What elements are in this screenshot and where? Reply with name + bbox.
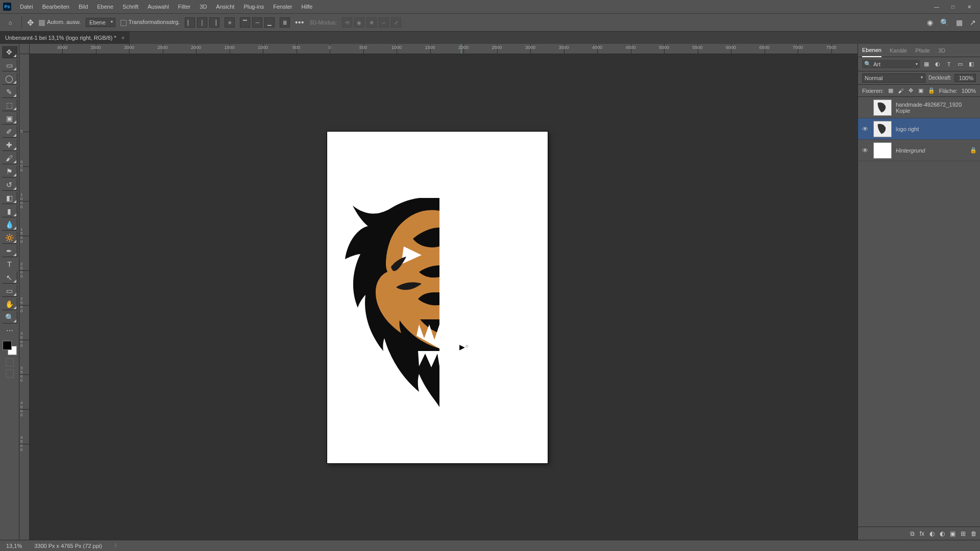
window-maximize[interactable]: □ xyxy=(945,2,961,12)
type-tool[interactable]: T xyxy=(2,258,17,270)
filter-shape-icon[interactable]: ▭ xyxy=(955,60,965,69)
workspace-icon[interactable]: ▦ xyxy=(956,18,963,27)
layer-thumbnail[interactable] xyxy=(873,142,892,159)
pen-tool[interactable]: ✒ xyxy=(2,245,17,257)
menu-fenster[interactable]: Fenster xyxy=(268,0,297,13)
eraser-tool[interactable]: ◧ xyxy=(2,192,17,204)
opacity-value[interactable]: 100% xyxy=(954,74,976,82)
layer-mask-icon[interactable]: ◐ xyxy=(929,530,935,537)
new-layer-icon[interactable]: ⊞ xyxy=(961,530,966,537)
layer-row[interactable]: handmade-4926872_1920 Kopie xyxy=(858,97,980,118)
shape-tool[interactable]: ▭ xyxy=(2,285,17,297)
vertical-ruler[interactable]: 05 0 01 0 0 01 5 0 02 0 0 02 5 0 03 0 0 … xyxy=(19,54,30,540)
canvas[interactable] xyxy=(327,132,548,463)
layer-filter-kind[interactable]: 🔍 Art ▾ xyxy=(862,60,920,68)
quick-mask[interactable] xyxy=(6,358,14,366)
lock-trans-icon[interactable]: ▦ xyxy=(888,87,894,95)
tab-pfade[interactable]: Pfade xyxy=(915,44,930,57)
clone-tool[interactable]: ⚑ xyxy=(2,165,17,178)
window-minimize[interactable]: — xyxy=(929,2,944,12)
link-layers-icon[interactable]: ⧉ xyxy=(910,530,915,537)
active-tool-icon[interactable]: ✥ xyxy=(27,18,34,28)
dodge-tool[interactable]: 🔆 xyxy=(2,232,17,244)
document-tab[interactable]: Unbenannt-1 bei 13,1% (logo right, RGB/8… xyxy=(0,32,130,44)
menu-auswahl[interactable]: Auswahl xyxy=(143,0,174,13)
marquee-tool[interactable]: ▭ xyxy=(2,59,17,71)
window-close[interactable]: ✕ xyxy=(962,2,977,12)
layer-visibility-icon[interactable]: 👁 xyxy=(861,126,869,133)
menu-hilfe[interactable]: Hilfe xyxy=(297,0,317,13)
search-icon[interactable]: 🔍 xyxy=(940,18,949,27)
horizontal-ruler[interactable]: 4000350030002500200015001000500050010001… xyxy=(30,44,857,54)
doc-dimensions[interactable]: 3300 Px x 4765 Px (72 ppi) xyxy=(34,543,102,549)
align-right-icon[interactable]: ▕ xyxy=(209,17,219,28)
status-chevron-icon[interactable]: 〉 xyxy=(114,542,119,549)
brush-tool[interactable]: 🖌 xyxy=(2,152,17,164)
lasso-tool[interactable]: ◯ xyxy=(2,72,17,85)
zoom-tool[interactable]: 🔍 xyxy=(2,311,17,323)
layer-lock-icon[interactable]: 🔒 xyxy=(970,147,977,154)
layer-thumbnail[interactable] xyxy=(873,99,892,116)
menu-filter[interactable]: Filter xyxy=(174,0,195,13)
layer-group-icon[interactable]: ▣ xyxy=(950,530,955,537)
color-swatch[interactable] xyxy=(3,341,17,355)
screen-mode[interactable] xyxy=(6,369,14,378)
heal-tool[interactable]: ✚ xyxy=(2,139,17,151)
auto-select-check[interactable]: Autom. ausw. xyxy=(39,19,81,26)
tab-ebenen[interactable]: Ebenen xyxy=(862,44,881,57)
menu-plugins[interactable]: Plug-ins xyxy=(239,0,268,13)
edit-toolbar[interactable]: ⋯ xyxy=(2,324,17,337)
menu-ebene[interactable]: Ebene xyxy=(92,0,118,13)
auto-select-target[interactable]: Ebene xyxy=(86,18,115,27)
layer-fx-icon[interactable]: fx xyxy=(920,530,924,537)
move-tool[interactable]: ✥ xyxy=(2,46,17,58)
blend-mode-select[interactable]: Normal xyxy=(862,73,925,83)
tab-kanaele[interactable]: Kanäle xyxy=(890,44,907,57)
filter-image-icon[interactable]: ▦ xyxy=(922,60,931,69)
align-center-icon[interactable]: │ xyxy=(197,17,207,28)
layer-name[interactable]: handmade-4926872_1920 Kopie xyxy=(896,102,977,114)
menu-bild[interactable]: Bild xyxy=(74,0,92,13)
quick-select-tool[interactable]: ✎ xyxy=(2,86,17,98)
layer-thumbnail[interactable] xyxy=(873,121,892,137)
path-select-tool[interactable]: ↖ xyxy=(2,271,17,284)
lock-all-icon[interactable]: 🔒 xyxy=(928,87,935,95)
filter-adjust-icon[interactable]: ◐ xyxy=(933,60,942,69)
align-bottom-icon[interactable]: ▁ xyxy=(264,17,275,28)
blur-tool[interactable]: 💧 xyxy=(2,218,17,231)
delete-layer-icon[interactable]: 🗑 xyxy=(971,530,977,537)
eyedropper-tool[interactable]: ✐ xyxy=(2,126,17,138)
menu-datei[interactable]: Datei xyxy=(15,0,38,13)
menu-ansicht[interactable]: Ansicht xyxy=(211,0,239,13)
transform-controls-check[interactable]: Transformationsstrg. xyxy=(120,19,180,26)
filter-text-icon[interactable]: T xyxy=(944,60,953,69)
lock-pos-icon[interactable]: ✥ xyxy=(908,87,914,95)
align-middle-icon[interactable]: ─ xyxy=(252,17,262,28)
tab-3d[interactable]: 3D xyxy=(938,44,945,57)
layer-row[interactable]: 👁Hintergrund🔒 xyxy=(858,140,980,161)
home-button[interactable]: ⌂ xyxy=(4,16,16,29)
distribute-v-icon[interactable]: ≣ xyxy=(280,17,290,28)
adjustment-layer-icon[interactable]: ◐ xyxy=(940,530,945,537)
menu-schrift[interactable]: Schrift xyxy=(118,0,143,13)
hand-tool[interactable]: ✋ xyxy=(2,298,17,310)
menu-3d[interactable]: 3D xyxy=(195,0,211,13)
close-tab-icon[interactable]: × xyxy=(121,35,125,41)
more-align-icon[interactable]: ••• xyxy=(295,18,304,27)
fill-value[interactable]: 100% xyxy=(962,88,976,94)
lock-image-icon[interactable]: 🖌 xyxy=(898,87,904,95)
align-left-icon[interactable]: ▏ xyxy=(185,17,195,28)
crop-tool[interactable]: ⬚ xyxy=(2,99,17,111)
foreground-color[interactable] xyxy=(3,341,12,350)
canvas-stage[interactable]: ▶✥ xyxy=(30,54,857,540)
layer-name[interactable]: logo right xyxy=(896,126,977,132)
layer-row[interactable]: 👁logo right xyxy=(858,118,980,140)
layer-visibility-icon[interactable]: 👁 xyxy=(861,147,869,154)
distribute-h-icon[interactable]: ≡ xyxy=(225,17,235,28)
lock-nest-icon[interactable]: ▣ xyxy=(918,87,924,95)
cloud-icon[interactable]: ◉ xyxy=(927,18,933,27)
gradient-tool[interactable]: ▮ xyxy=(2,205,17,217)
share-icon[interactable]: ↗ xyxy=(970,18,976,27)
layer-name[interactable]: Hintergrund xyxy=(896,147,966,154)
align-top-icon[interactable]: ▔ xyxy=(240,17,250,28)
